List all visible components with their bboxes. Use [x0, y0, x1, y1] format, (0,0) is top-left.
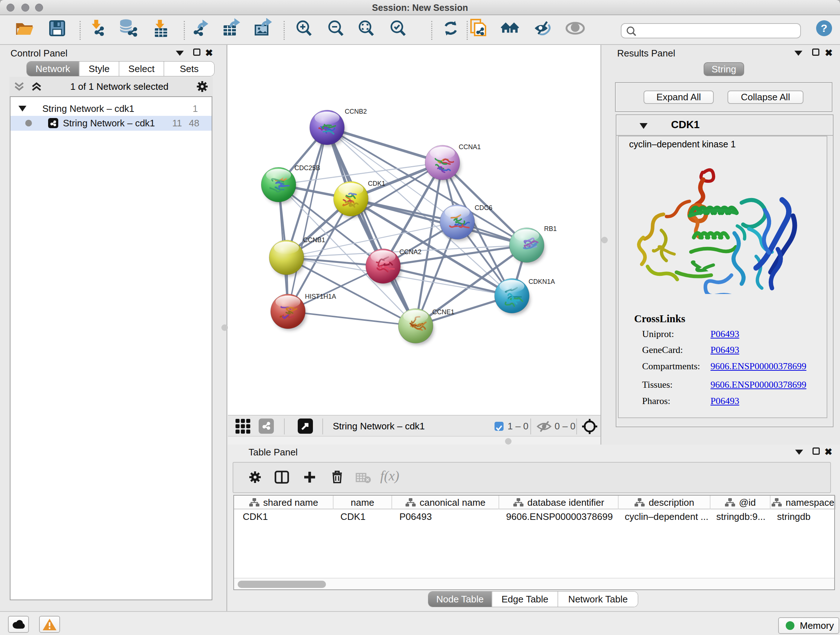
svg-text:?: ? [821, 22, 827, 34]
svg-text:RB1: RB1 [544, 225, 557, 233]
svg-text:CDC6: CDC6 [475, 204, 493, 211]
svg-text:CDKN1A: CDKN1A [529, 278, 555, 285]
svg-text:CCNB1: CCNB1 [303, 236, 325, 244]
svg-text:CCNA1: CCNA1 [459, 143, 481, 150]
svg-text:CDC25B: CDC25B [294, 165, 320, 172]
svg-text:CDK1: CDK1 [368, 180, 385, 187]
svg-text:HIST1H1A: HIST1H1A [305, 293, 336, 300]
svg-text:CCNB2: CCNB2 [345, 108, 367, 115]
svg-text:CCNE1: CCNE1 [432, 309, 454, 316]
svg-text:CCNA2: CCNA2 [399, 249, 422, 256]
